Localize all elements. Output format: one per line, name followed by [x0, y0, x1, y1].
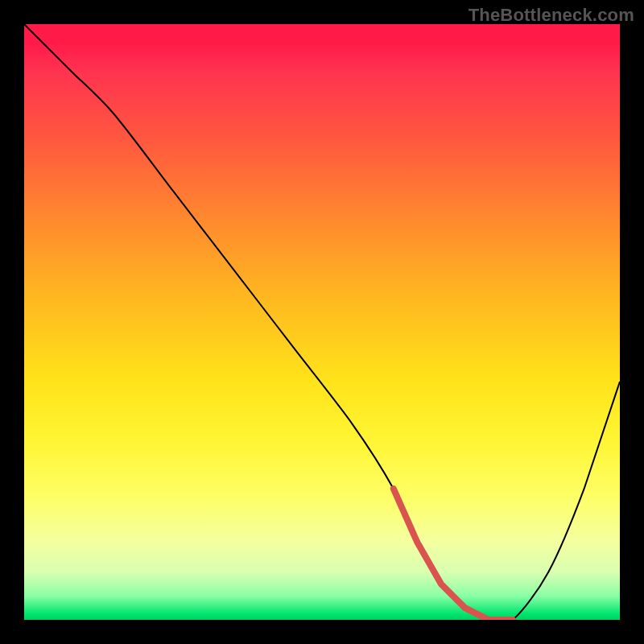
watermark-text: TheBottleneck.com — [469, 5, 634, 26]
curve-layer — [24, 24, 620, 620]
chart-container: TheBottleneck.com — [0, 0, 644, 644]
bottleneck-curve — [24, 24, 620, 620]
optimal-region-highlight — [394, 489, 513, 620]
plot-area — [24, 24, 620, 620]
